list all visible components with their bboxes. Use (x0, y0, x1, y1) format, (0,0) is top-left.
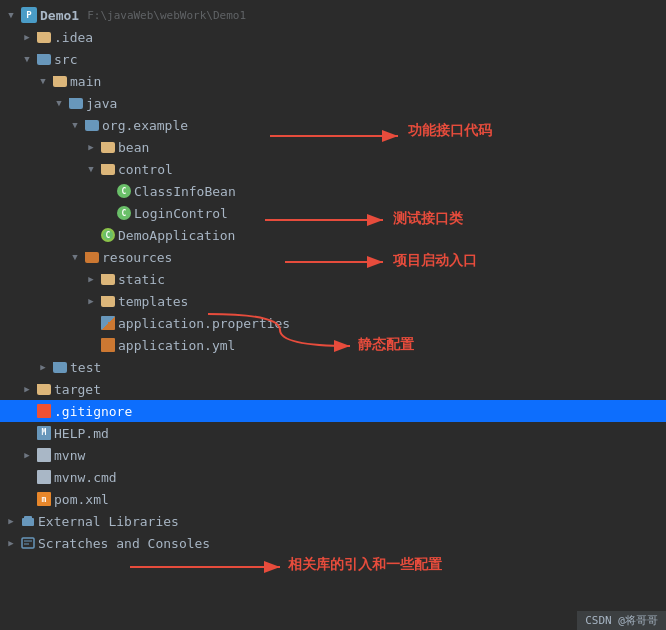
class-info-bean-file[interactable]: C ClassInfoBean (0, 180, 666, 202)
control-arrow (84, 162, 98, 176)
login-control-icon: C (117, 206, 131, 220)
help-arrow (20, 426, 34, 440)
test-folder[interactable]: test (0, 356, 666, 378)
demo-app-icon: C (101, 228, 115, 242)
class-info-label: ClassInfoBean (134, 184, 236, 199)
target-folder-icon (37, 384, 51, 395)
main-folder-icon (53, 76, 67, 87)
control-label: control (118, 162, 173, 177)
yml-icon (101, 338, 115, 352)
target-arrow (20, 382, 34, 396)
static-folder[interactable]: static (0, 268, 666, 290)
test-label: test (70, 360, 101, 375)
mvnw-cmd-arrow (20, 470, 34, 484)
yml-arrow (84, 338, 98, 352)
class-info-arrow (100, 184, 114, 198)
class-info-icon: C (117, 184, 131, 198)
scratches-arrow (4, 536, 18, 550)
login-control-label: LoginControl (134, 206, 228, 221)
templates-folder[interactable]: templates (0, 290, 666, 312)
application-properties-file[interactable]: application.properties (0, 312, 666, 334)
demo-app-arrow (84, 228, 98, 242)
java-folder[interactable]: java (0, 92, 666, 114)
control-folder[interactable]: control (0, 158, 666, 180)
project-root[interactable]: P Demo1 F:\javaWeb\webWork\Demo1 (0, 4, 666, 26)
src-folder[interactable]: src (0, 48, 666, 70)
java-label: java (86, 96, 117, 111)
bottom-label: CSDN @将哥哥 (585, 614, 658, 627)
gitignore-label: .gitignore (54, 404, 132, 419)
static-label: static (118, 272, 165, 287)
gitignore-icon (37, 404, 51, 418)
test-arrow (36, 360, 50, 374)
expand-arrow (4, 8, 18, 22)
yml-label: application.yml (118, 338, 235, 353)
scratches-label: Scratches and Consoles (38, 536, 210, 551)
resources-label: resources (102, 250, 172, 265)
static-arrow (84, 272, 98, 286)
mvnw-icon (37, 448, 51, 462)
main-label: main (70, 74, 101, 89)
mvnw-cmd-label: mvnw.cmd (54, 470, 117, 485)
java-folder-icon (69, 98, 83, 109)
pom-xml-file[interactable]: m pom.xml (0, 488, 666, 510)
mvnw-cmd-icon (37, 470, 51, 484)
login-control-arrow (100, 206, 114, 220)
gitignore-arrow (20, 404, 34, 418)
org-example-label: org.example (102, 118, 188, 133)
help-md-icon: M (37, 426, 51, 440)
ext-lib-icon (21, 514, 35, 528)
org-example-arrow (68, 118, 82, 132)
application-yml-file[interactable]: application.yml (0, 334, 666, 356)
demo-application-file[interactable]: C DemoApplication (0, 224, 666, 246)
svg-rect-1 (24, 516, 32, 519)
svg-rect-2 (22, 538, 34, 548)
help-md-label: HELP.md (54, 426, 109, 441)
file-tree[interactable]: P Demo1 F:\javaWeb\webWork\Demo1 .idea s… (0, 0, 666, 630)
templates-label: templates (118, 294, 188, 309)
org-example-folder[interactable]: org.example (0, 114, 666, 136)
external-libraries[interactable]: External Libraries (0, 510, 666, 532)
static-folder-icon (101, 274, 115, 285)
gitignore-file[interactable]: .gitignore (0, 400, 666, 422)
java-arrow (52, 96, 66, 110)
ext-lib-arrow (4, 514, 18, 528)
test-folder-icon (53, 362, 67, 373)
project-name: Demo1 (40, 8, 79, 23)
help-md-file[interactable]: M HELP.md (0, 422, 666, 444)
resources-folder[interactable]: resources (0, 246, 666, 268)
pom-xml-icon: m (37, 492, 51, 506)
target-folder[interactable]: target (0, 378, 666, 400)
props-label: application.properties (118, 316, 290, 331)
bean-label: bean (118, 140, 149, 155)
main-folder[interactable]: main (0, 70, 666, 92)
bean-folder-icon (101, 142, 115, 153)
bean-arrow (84, 140, 98, 154)
scratches-consoles[interactable]: Scratches and Consoles (0, 532, 666, 554)
templates-arrow (84, 294, 98, 308)
project-icon: P (21, 7, 37, 23)
bottom-bar: CSDN @将哥哥 (577, 611, 666, 630)
mvnw-cmd-file[interactable]: mvnw.cmd (0, 466, 666, 488)
project-path: F:\javaWeb\webWork\Demo1 (87, 9, 246, 22)
src-label: src (54, 52, 77, 67)
src-folder-icon (37, 54, 51, 65)
control-folder-icon (101, 164, 115, 175)
svg-rect-0 (22, 518, 34, 526)
src-arrow (20, 52, 34, 66)
idea-folder[interactable]: .idea (0, 26, 666, 48)
ext-lib-label: External Libraries (38, 514, 179, 529)
templates-folder-icon (101, 296, 115, 307)
demo-app-label: DemoApplication (118, 228, 235, 243)
props-icon (101, 316, 115, 330)
bean-folder[interactable]: bean (0, 136, 666, 158)
idea-folder-icon (37, 32, 51, 43)
resources-arrow (68, 250, 82, 264)
pom-arrow (20, 492, 34, 506)
props-arrow (84, 316, 98, 330)
login-control-file[interactable]: C LoginControl (0, 202, 666, 224)
mvnw-file[interactable]: mvnw (0, 444, 666, 466)
target-label: target (54, 382, 101, 397)
resources-folder-icon (85, 252, 99, 263)
mvnw-arrow (20, 448, 34, 462)
